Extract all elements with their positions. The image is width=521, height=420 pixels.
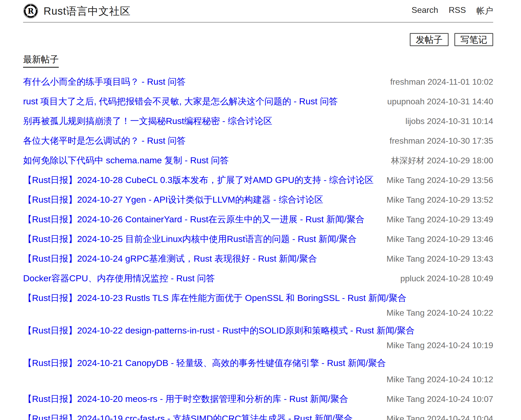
action-buttons: 发帖子 写笔记: [23, 33, 493, 46]
post-author: Mike Tang: [386, 215, 424, 224]
post-time: 2024-10-24 10:19: [427, 341, 493, 350]
post-time: 2024-10-28 10:49: [427, 274, 493, 283]
post-meta: Mike Tang 2024-10-24 10:07: [379, 391, 493, 407]
post-row: 【Rust日报】2024-10-23 Rustls TLS 库在性能方面优于 O…: [23, 290, 493, 319]
latest-posts-heading[interactable]: 最新帖子: [23, 53, 59, 68]
post-row: 【Rust日报】2024-10-25 目前企业Linux内核中使用Rust语言的…: [23, 231, 493, 247]
post-title-link[interactable]: 【Rust日报】2024-10-24 gRPC基准测试，Rust 表现很好 - …: [23, 250, 317, 267]
post-title-link[interactable]: rust 项目大了之后, 代码把报错会不灵敏, 大家是怎么解决这个问题的 - R…: [23, 93, 338, 110]
post-time: 2024-10-31 14:40: [427, 97, 493, 106]
post-time: 2024-10-29 13:52: [427, 195, 493, 204]
post-title-link[interactable]: 【Rust日报】2024-10-21 CanopyDB - 轻量级、高效的事务性…: [23, 355, 386, 371]
header-nav: Search RSS 帐户: [412, 5, 493, 17]
post-title-link[interactable]: 【Rust日报】2024-10-25 目前企业Linux内核中使用Rust语言的…: [23, 231, 357, 247]
post-author: Mike Tang: [386, 195, 424, 204]
post-row: 别再被孤儿规则搞崩溃了！一文揭秘Rust编程秘密 - 综合讨论区 lijobs …: [23, 113, 493, 130]
post-title-link[interactable]: Docker容器CPU、内存使用情况监控 - Rust 问答: [23, 270, 215, 287]
post-row: 【Rust日报】2024-10-19 crc-fast-rs - 支持SIMD的…: [23, 410, 493, 420]
post-title-link[interactable]: 【Rust日报】2024-10-28 CubeCL 0.3版本发布，扩展了对AM…: [23, 172, 374, 188]
post-meta: ppluck 2024-10-28 10:49: [393, 270, 493, 287]
post-title-link[interactable]: 别再被孤儿规则搞崩溃了！一文揭秘Rust编程秘密 - 综合讨论区: [23, 113, 272, 129]
post-meta: Mike Tang 2024-10-24 10:04: [379, 411, 493, 420]
nav-account-link[interactable]: 帐户: [476, 5, 493, 17]
svg-text:R: R: [28, 7, 34, 15]
post-row: Docker容器CPU、内存使用情况监控 - Rust 问答 ppluck 20…: [23, 270, 493, 287]
post-time: 2024-10-29 13:49: [427, 215, 493, 224]
post-row: 【Rust日报】2024-10-22 design-patterns-in-ru…: [23, 322, 493, 352]
post-author: Mike Tang: [386, 254, 424, 263]
post-meta: freshman 2024-10-30 17:35: [382, 133, 493, 149]
post-time: 2024-10-29 13:43: [427, 254, 493, 263]
post-author: Mike Tang: [386, 394, 424, 404]
post-time: 2024-10-31 10:14: [427, 116, 493, 126]
post-row: 【Rust日报】2024-10-27 Ygen - API设计类似于LLVM的构…: [23, 191, 493, 208]
post-list: 有什么小而全的练手项目吗？ - Rust 问答 freshman 2024-11…: [23, 73, 493, 420]
post-author: upupnoah: [387, 97, 424, 106]
post-meta: Mike Tang 2024-10-24 10:19: [23, 339, 493, 352]
post-meta: upupnoah 2024-10-31 14:40: [380, 93, 493, 110]
post-author: Mike Tang: [386, 375, 424, 384]
post-row: rust 项目大了之后, 代码把报错会不灵敏, 大家是怎么解决这个问题的 - R…: [23, 93, 493, 110]
post-author: Mike Tang: [386, 341, 424, 350]
section-heading-wrap: 最新帖子: [23, 53, 493, 68]
post-meta: 林深好材 2024-10-29 18:00: [384, 152, 493, 169]
new-post-button[interactable]: 发帖子: [410, 33, 449, 46]
nav-rss-link[interactable]: RSS: [449, 5, 466, 17]
new-note-button[interactable]: 写笔记: [454, 33, 493, 46]
rust-logo-icon: R: [23, 3, 38, 19]
post-author: freshman: [390, 77, 425, 87]
post-row: 【Rust日报】2024-10-26 ContainerYard - Rust在…: [23, 211, 493, 228]
post-meta: Mike Tang 2024-10-29 13:43: [379, 251, 493, 267]
post-author: 林深好材: [391, 156, 424, 165]
post-time: 2024-10-29 13:56: [427, 175, 493, 185]
post-title-link[interactable]: 【Rust日报】2024-10-23 Rustls TLS 库在性能方面优于 O…: [23, 290, 406, 306]
post-time: 2024-10-30 17:35: [427, 136, 493, 146]
post-author: Mike Tang: [386, 234, 424, 244]
post-title-link[interactable]: 【Rust日报】2024-10-26 ContainerYard - Rust在…: [23, 211, 364, 228]
post-author: Mike Tang: [386, 175, 424, 185]
post-time: 2024-10-24 10:22: [427, 308, 493, 317]
post-title-link[interactable]: 【Rust日报】2024-10-22 design-patterns-in-ru…: [23, 322, 415, 339]
post-author: Mike Tang: [386, 414, 424, 420]
post-row: 【Rust日报】2024-10-20 meos-rs - 用于时空数据管理和分析…: [23, 391, 493, 407]
post-row: 各位大佬平时是怎么调试的？ - Rust 问答 freshman 2024-10…: [23, 132, 493, 149]
post-title-link[interactable]: 有什么小而全的练手项目吗？ - Rust 问答: [23, 73, 186, 90]
post-row: 如何免除以下代码中 schema.name 复制 - Rust 问答 林深好材 …: [23, 152, 493, 169]
site-title: Rust语言中文社区: [44, 4, 131, 18]
post-meta: Mike Tang 2024-10-24 10:12: [379, 371, 493, 388]
post-time: 2024-10-24 10:12: [427, 375, 493, 384]
post-title-link[interactable]: 【Rust日报】2024-10-20 meos-rs - 用于时空数据管理和分析…: [23, 391, 348, 407]
post-meta: Mike Tang 2024-10-29 13:56: [379, 172, 493, 189]
post-author: ppluck: [400, 274, 425, 283]
post-meta: Mike Tang 2024-10-24 10:22: [23, 306, 493, 319]
post-meta: lijobs 2024-10-31 10:14: [398, 113, 493, 130]
post-time: 2024-10-24 10:07: [427, 394, 493, 404]
home-link[interactable]: R: [23, 3, 38, 19]
post-time: 2024-10-24 10:04: [427, 414, 493, 420]
post-time: 2024-10-29 13:46: [427, 234, 493, 244]
post-time: 2024-11-01 10:02: [428, 77, 493, 87]
post-meta: Mike Tang 2024-10-29 13:52: [379, 192, 493, 208]
post-time: 2024-10-29 18:00: [427, 156, 493, 165]
post-author: lijobs: [406, 116, 425, 126]
post-title-link[interactable]: 【Rust日报】2024-10-27 Ygen - API设计类似于LLVM的构…: [23, 191, 323, 208]
page-container: R Rust语言中文社区 Search RSS 帐户 发帖子 写笔记 最新帖子 …: [0, 0, 521, 420]
post-title-link[interactable]: 【Rust日报】2024-10-19 crc-fast-rs - 支持SIMD的…: [23, 410, 353, 420]
post-row: 【Rust日报】2024-10-21 CanopyDB - 轻量级、高效的事务性…: [23, 355, 493, 388]
nav-search-link[interactable]: Search: [412, 5, 438, 17]
post-author: freshman: [390, 136, 424, 146]
post-meta: Mike Tang 2024-10-29 13:46: [379, 231, 493, 247]
post-title-link[interactable]: 如何免除以下代码中 schema.name 复制 - Rust 问答: [23, 152, 229, 169]
post-title-link[interactable]: 各位大佬平时是怎么调试的？ - Rust 问答: [23, 132, 186, 149]
post-author: Mike Tang: [386, 308, 424, 317]
post-row: 【Rust日报】2024-10-24 gRPC基准测试，Rust 表现很好 - …: [23, 250, 493, 267]
header: R Rust语言中文社区 Search RSS 帐户: [23, 0, 493, 23]
post-row: 【Rust日报】2024-10-28 CubeCL 0.3版本发布，扩展了对AM…: [23, 172, 493, 189]
post-meta: freshman 2024-11-01 10:02: [383, 74, 493, 90]
post-meta: Mike Tang 2024-10-29 13:49: [379, 211, 493, 228]
post-row: 有什么小而全的练手项目吗？ - Rust 问答 freshman 2024-11…: [23, 73, 493, 90]
